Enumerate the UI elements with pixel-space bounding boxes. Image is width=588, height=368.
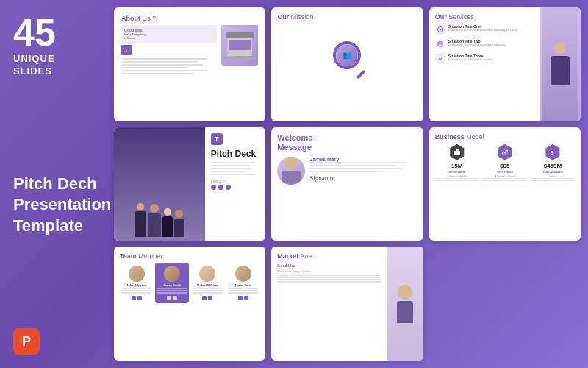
slide-welcome-message[interactable]: Welcome Message James Mary bbox=[271, 127, 423, 241]
team-member-card-1: John Johnson bbox=[120, 263, 153, 303]
service-text-1: Situation Title One Lorem ipsum dolor si… bbox=[448, 24, 518, 32]
t-icon-about: T bbox=[121, 45, 132, 55]
service-item-3: Situation Title Three Lorem ipsum dolor … bbox=[435, 54, 534, 64]
slides-grid: About Us ? Good Idea Make Everything is … bbox=[114, 7, 581, 361]
slide-pitch-deck[interactable]: T Pitch Deck Follow #: bbox=[114, 127, 265, 241]
service-icon-3 bbox=[435, 54, 445, 64]
welcome-row: James Mary Signature bbox=[277, 157, 417, 185]
biz-hex-1 bbox=[449, 144, 465, 160]
magnifier-inner: 👥 bbox=[336, 44, 358, 66]
biz-desc-2: Serviceable bbox=[483, 170, 527, 174]
magnifier-handle bbox=[356, 69, 366, 79]
team-social-3 bbox=[193, 296, 223, 300]
biz-hex-3: $ bbox=[545, 144, 561, 160]
business-cards: 15M Serviceable Addressable Market bbox=[435, 144, 575, 185]
slide-team-member[interactable]: Team Member John Johnson James Smith bbox=[114, 247, 265, 361]
mission-center: 👥 bbox=[277, 24, 417, 85]
team-social-2 bbox=[157, 296, 187, 300]
powerpoint-icon: P bbox=[13, 328, 40, 355]
svg-rect-5 bbox=[456, 149, 459, 152]
mission-title: Our Mission bbox=[277, 13, 417, 21]
team-social-1 bbox=[121, 296, 151, 300]
pitch-deck-title: Pitch Deck bbox=[211, 149, 260, 159]
services-title: Our Services bbox=[435, 13, 534, 21]
pitch-image-panel bbox=[114, 127, 205, 241]
team-member-card-3: Robert William bbox=[191, 263, 224, 303]
svg-text:$: $ bbox=[551, 149, 554, 156]
service-icon-1 bbox=[435, 24, 445, 35]
services-image bbox=[540, 7, 581, 121]
service-text-2: Situation Title Two Lorem ipsum dolor si… bbox=[448, 39, 506, 47]
social-icon-2 bbox=[218, 185, 223, 190]
biz-card-1: 15M Serviceable Addressable Market bbox=[435, 144, 479, 185]
team-name-4: James Varie bbox=[228, 283, 258, 287]
team-avatar-4 bbox=[235, 266, 251, 282]
signature: Signature bbox=[309, 174, 417, 182]
business-title: Business Model bbox=[435, 133, 575, 141]
about-left: Good Idea Make Everything is Better T bbox=[121, 25, 217, 94]
team-name-3: Robert William bbox=[193, 283, 223, 287]
service-item-2: Situation Title Two Lorem ipsum dolor si… bbox=[435, 39, 534, 49]
market-label-1: Good Idea bbox=[277, 263, 380, 268]
team-members-row: John Johnson James Smith bbox=[120, 263, 259, 303]
service-text-3: Situation Title Three Lorem ipsum dolor … bbox=[448, 54, 493, 62]
services-left: Our Services Situation Title One Lorem i… bbox=[429, 7, 540, 121]
market-image bbox=[387, 247, 423, 361]
pitch-t-icon: T bbox=[211, 133, 223, 145]
pitch-text-panel: T Pitch Deck Follow #: bbox=[205, 127, 266, 241]
welcome-text-col: James Mary Signature bbox=[309, 157, 417, 182]
slide-our-services[interactable]: Our Services Situation Title One Lorem i… bbox=[429, 7, 581, 121]
welcome-title: Welcome Message bbox=[277, 133, 417, 152]
biz-val-3: $459M bbox=[531, 163, 575, 169]
team-name-2: James Smith bbox=[157, 283, 187, 287]
slides-unique-label: UNIQUE SLIDES bbox=[13, 53, 109, 78]
person-1 bbox=[135, 203, 146, 237]
biz-val-1: 15M bbox=[435, 163, 479, 169]
biz-hex-2 bbox=[497, 144, 513, 160]
social-icon-1 bbox=[211, 185, 216, 190]
slide-our-mission[interactable]: Our Mission 👥 bbox=[271, 7, 423, 121]
people-group bbox=[135, 150, 184, 241]
biz-card-3: $ $459M Total Available Market bbox=[531, 144, 575, 185]
welcome-avatar bbox=[277, 157, 305, 185]
pitch-people-image bbox=[114, 127, 205, 241]
pitch-follow-label: Follow #: bbox=[211, 179, 260, 183]
about-title: About Us ? bbox=[121, 15, 258, 22]
person-3 bbox=[162, 208, 173, 237]
hand-photo bbox=[542, 7, 578, 121]
slide-about-us[interactable]: About Us ? Good Idea Make Everything is … bbox=[114, 7, 265, 121]
person-2 bbox=[148, 204, 161, 237]
pitch-title: Pitch Dech Presentation Template bbox=[13, 174, 109, 237]
people-silhouette: 👥 bbox=[343, 51, 351, 59]
about-image bbox=[221, 25, 258, 66]
welcome-text-lines bbox=[309, 162, 417, 172]
market-text-box: Good Idea Make Everything is Better bbox=[277, 263, 380, 283]
slides-count: 45 bbox=[13, 13, 109, 52]
about-right bbox=[221, 25, 258, 94]
about-box-1: Good Idea Make Everything is Better bbox=[121, 25, 217, 43]
left-panel: 45 UNIQUE SLIDES Pitch Dech Presentation… bbox=[13, 13, 109, 237]
slide-market-analysis[interactable]: Market Ana... Good Idea Make Everything … bbox=[271, 247, 423, 361]
team-member-card-2: James Smith bbox=[155, 263, 188, 303]
social-icon-3 bbox=[226, 185, 231, 190]
biz-card-2: $65 Serviceable Addressable Market bbox=[483, 144, 527, 185]
about-content: Good Idea Make Everything is Better T bbox=[121, 25, 258, 94]
market-content: Good Idea Make Everything is Better bbox=[277, 263, 380, 283]
slide-business-model[interactable]: Business Model 15M Serviceable Addressab… bbox=[429, 127, 581, 241]
market-title: Market Ana... bbox=[277, 252, 380, 260]
about-text-lines bbox=[121, 58, 217, 74]
welcome-name: James Mary bbox=[309, 157, 417, 162]
magnifier-icon: 👥 bbox=[329, 37, 365, 74]
team-member-card-4: James Varie bbox=[226, 263, 259, 303]
team-title: Team Member bbox=[120, 252, 259, 260]
pitch-desc-lines bbox=[211, 162, 260, 175]
team-social-4 bbox=[228, 296, 258, 300]
team-avatar-1 bbox=[129, 266, 145, 282]
biz-desc-1: Serviceable bbox=[435, 170, 479, 174]
market-left: Market Ana... Good Idea Make Everything … bbox=[271, 247, 386, 361]
team-name-1: John Johnson bbox=[121, 283, 151, 287]
market-person-photo bbox=[387, 247, 423, 361]
biz-val-2: $65 bbox=[483, 163, 527, 169]
person-4 bbox=[174, 210, 184, 237]
biz-desc-3: Total Available bbox=[531, 170, 575, 174]
